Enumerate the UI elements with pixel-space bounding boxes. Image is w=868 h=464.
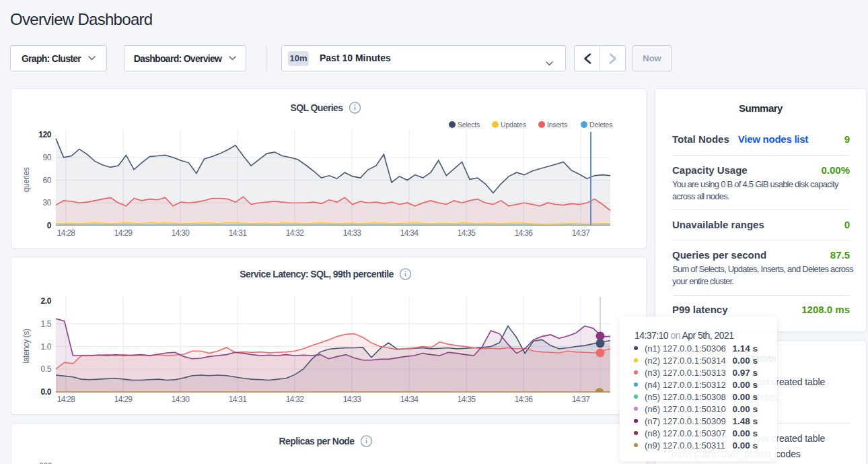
svg-text:1.5: 1.5	[41, 319, 52, 329]
svg-text:2.0: 2.0	[41, 296, 52, 306]
svg-text:14:29: 14:29	[114, 228, 133, 238]
svg-text:30: 30	[42, 198, 51, 207]
svg-text:14:33: 14:33	[343, 395, 362, 404]
svg-text:14:31: 14:31	[229, 228, 248, 238]
svg-text:14:30: 14:30	[172, 395, 190, 404]
svg-text:14:34: 14:34	[400, 228, 419, 238]
svg-text:14:36: 14:36	[515, 228, 534, 238]
svg-text:14:36: 14:36	[515, 395, 534, 404]
svg-text:14:35: 14:35	[458, 395, 476, 404]
svg-text:14:37: 14:37	[572, 395, 591, 404]
svg-text:0.0: 0.0	[41, 387, 52, 397]
svg-text:90: 90	[42, 153, 51, 162]
svg-text:14:33: 14:33	[343, 228, 362, 238]
svg-text:14:28: 14:28	[57, 395, 76, 404]
svg-text:0.5: 0.5	[41, 364, 52, 374]
svg-text:latency (s): latency (s)	[22, 329, 31, 363]
svg-text:14:29: 14:29	[114, 395, 133, 404]
svg-text:14:28: 14:28	[57, 228, 76, 238]
svg-text:14:32: 14:32	[286, 395, 305, 404]
svg-text:1.0: 1.0	[41, 342, 52, 352]
svg-text:120: 120	[38, 130, 52, 139]
svg-text:14:35: 14:35	[458, 228, 476, 238]
svg-text:60: 60	[42, 176, 51, 185]
svg-text:14:37: 14:37	[572, 228, 591, 238]
svg-text:14:32: 14:32	[286, 228, 305, 238]
svg-text:queries: queries	[22, 167, 31, 192]
svg-text:14:30: 14:30	[172, 228, 190, 238]
svg-text:14:34: 14:34	[400, 395, 419, 404]
svg-text:14:31: 14:31	[229, 395, 248, 404]
svg-text:0: 0	[47, 221, 52, 230]
svg-text:300: 300	[39, 461, 52, 464]
